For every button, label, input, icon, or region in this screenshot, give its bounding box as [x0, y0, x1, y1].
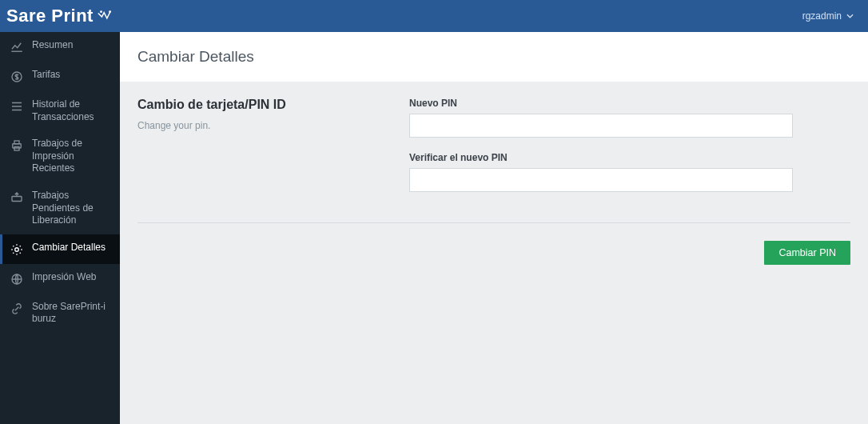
sidebar-item-label: Historial de Transacciones	[32, 98, 110, 123]
sidebar: Resumen Tarifas Historial de Transaccion…	[0, 32, 120, 424]
sidebar-item-label: Cambiar Detalles	[32, 242, 110, 254]
section-subtitle: Change your pin.	[137, 120, 377, 131]
verify-pin-field[interactable]	[409, 168, 793, 192]
link-icon	[10, 302, 24, 316]
svg-point-0	[100, 10, 102, 13]
sidebar-item-impresion-web[interactable]: Impresión Web	[0, 264, 120, 294]
sidebar-item-trabajos-impresion[interactable]: Trabajos de Impresión Recientes	[0, 130, 120, 182]
sidebar-item-label: Resumen	[32, 39, 110, 52]
globe-icon	[10, 272, 24, 286]
sidebar-item-label: Sobre SarePrint-i buruz	[32, 301, 110, 326]
topbar: Sare Print rgzadmin	[0, 0, 868, 32]
sidebar-item-cambiar-detalles[interactable]: Cambiar Detalles	[0, 234, 120, 264]
sidebar-item-sobre[interactable]: Sobre SarePrint-i buruz	[0, 294, 120, 333]
brand-name: Sare Print	[6, 6, 94, 26]
chevron-down-icon	[846, 14, 854, 18]
release-icon	[10, 190, 24, 205]
new-pin-label: Nuevo PIN	[409, 98, 793, 109]
section-title: Cambio de tarjeta/PIN ID	[137, 98, 377, 112]
submit-button[interactable]: Cambiar PIN	[764, 241, 850, 265]
gear-icon	[10, 242, 24, 257]
verify-pin-label: Verificar el nuevo PIN	[409, 152, 793, 163]
brand: Sare Print	[6, 6, 114, 26]
main-content: Cambiar Detalles Cambio de tarjeta/PIN I…	[120, 32, 868, 424]
svg-rect-5	[14, 147, 19, 151]
sidebar-item-label: Tarifas	[32, 69, 110, 82]
sidebar-item-label: Impresión Web	[32, 271, 110, 284]
dollar-circle-icon	[10, 70, 24, 84]
svg-rect-4	[14, 141, 19, 144]
page-header: Cambiar Detalles	[120, 32, 868, 82]
sidebar-item-tarifas[interactable]: Tarifas	[0, 62, 120, 91]
printer-icon	[10, 138, 24, 153]
sidebar-item-label: Trabajos de Impresión Recientes	[32, 138, 110, 175]
svg-point-7	[15, 248, 19, 252]
svg-point-1	[109, 10, 111, 13]
sidebar-item-resumen[interactable]: Resumen	[0, 32, 120, 62]
brand-icon	[97, 9, 114, 23]
sidebar-item-label: Trabajos Pendientes de Liberación	[32, 190, 110, 227]
svg-rect-6	[12, 196, 22, 201]
sidebar-item-historial[interactable]: Historial de Transacciones	[0, 91, 120, 130]
new-pin-field[interactable]	[409, 114, 793, 138]
user-menu[interactable]: rgzadmin	[802, 10, 854, 22]
list-icon	[10, 99, 24, 114]
chart-line-icon	[10, 40, 24, 54]
sidebar-item-trabajos-pendientes[interactable]: Trabajos Pendientes de Liberación	[0, 182, 120, 234]
page-title: Cambiar Detalles	[137, 48, 850, 66]
user-name: rgzadmin	[802, 10, 842, 22]
